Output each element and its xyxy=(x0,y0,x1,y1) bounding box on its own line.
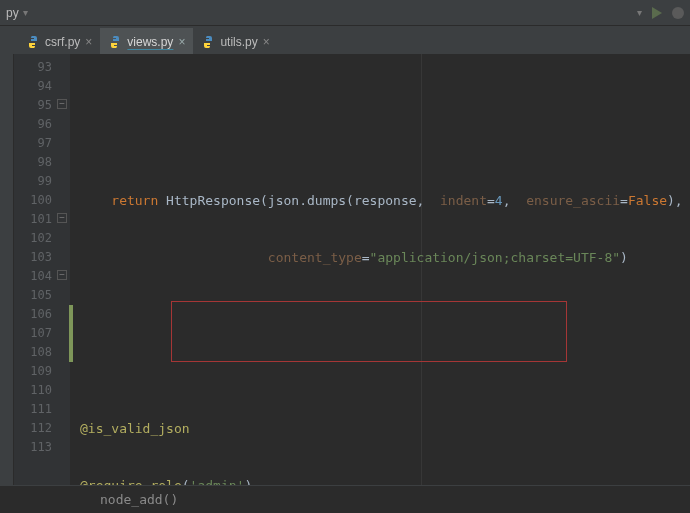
line-number: 101– xyxy=(14,210,70,229)
fold-marker-icon[interactable]: – xyxy=(57,99,67,109)
line-number: 112 xyxy=(14,419,70,438)
line-number: 99 xyxy=(14,172,70,191)
project-tool-stripe[interactable] xyxy=(0,54,14,485)
tab-views-py[interactable]: views.py × xyxy=(100,28,193,54)
breadcrumb-bar: node_add() xyxy=(0,485,690,513)
tab-label: views.py xyxy=(127,35,173,49)
line-number: 105 xyxy=(14,286,70,305)
line-number: 103 xyxy=(14,248,70,267)
line-number: 110 xyxy=(14,381,70,400)
tab-label: utils.py xyxy=(220,35,257,49)
code-area[interactable]: return HttpResponse(json.dumps(response,… xyxy=(70,54,690,485)
breadcrumb-function[interactable]: node_add() xyxy=(100,492,178,507)
line-number: 109 xyxy=(14,362,70,381)
tab-utils-py[interactable]: utils.py × xyxy=(193,28,277,54)
code-line: content_type="application/json;charset=U… xyxy=(70,248,690,267)
line-number: 96 xyxy=(14,115,70,134)
python-file-icon xyxy=(26,35,40,49)
tab-label: csrf.py xyxy=(45,35,80,49)
code-line xyxy=(70,134,690,153)
toolbar-right: ▾ xyxy=(637,7,684,19)
code-line xyxy=(70,305,690,324)
line-number: 97 xyxy=(14,134,70,153)
run-icon[interactable] xyxy=(652,7,662,19)
close-icon[interactable]: × xyxy=(178,36,185,48)
line-number: 108 xyxy=(14,343,70,362)
line-gutter[interactable]: 93 94 95– 96 97 98 99 100 101– 102 103 1… xyxy=(14,54,70,485)
line-number: 95– xyxy=(14,96,70,115)
code-line: @require_role('admin') xyxy=(70,476,690,485)
line-number: 102 xyxy=(14,229,70,248)
run-config-chevron-icon[interactable]: ▾ xyxy=(637,7,642,18)
close-icon[interactable]: × xyxy=(263,36,270,48)
close-icon[interactable]: × xyxy=(85,36,92,48)
file-type-hint: py xyxy=(6,6,19,20)
line-number: 113 xyxy=(14,438,70,457)
line-number: 93 xyxy=(14,58,70,77)
line-number: 100 xyxy=(14,191,70,210)
code-line: @is_valid_json xyxy=(70,419,690,438)
chevron-down-icon[interactable]: ▾ xyxy=(23,7,28,18)
editor-tabs: csrf.py × views.py × utils.py × xyxy=(0,26,690,54)
debug-icon[interactable] xyxy=(672,7,684,19)
code-line: return HttpResponse(json.dumps(response,… xyxy=(70,191,690,210)
toolbar-left: py ▾ xyxy=(6,6,28,20)
line-number: 104– xyxy=(14,267,70,286)
python-file-icon xyxy=(108,35,122,49)
toolbar: py ▾ ▾ xyxy=(0,0,690,26)
python-file-icon xyxy=(201,35,215,49)
line-number: 106 xyxy=(14,305,70,324)
fold-marker-icon[interactable]: – xyxy=(57,270,67,280)
editor[interactable]: 93 94 95– 96 97 98 99 100 101– 102 103 1… xyxy=(0,54,690,485)
tab-csrf-py[interactable]: csrf.py × xyxy=(18,28,100,54)
code-line xyxy=(70,362,690,381)
line-number: 111 xyxy=(14,400,70,419)
line-number: 94 xyxy=(14,77,70,96)
line-number: 98 xyxy=(14,153,70,172)
fold-marker-icon[interactable]: – xyxy=(57,213,67,223)
line-number: 107 xyxy=(14,324,70,343)
